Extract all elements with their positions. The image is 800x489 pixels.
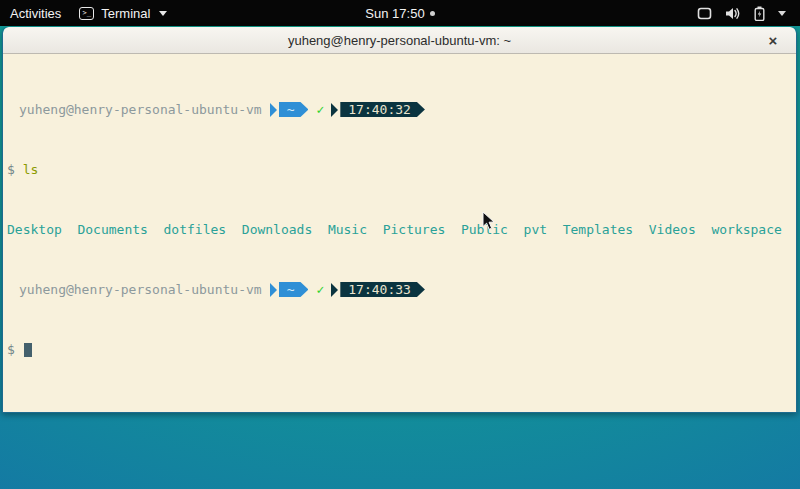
chevron-down-icon: [778, 11, 786, 16]
screen-icon: [697, 7, 712, 20]
command-line: $ ls: [7, 162, 796, 177]
chevron-down-icon: [159, 11, 167, 16]
terminal-window: yuheng@henry-personal-ubuntu-vm: ~ × yuh…: [2, 27, 797, 413]
powerline-arrow-icon: [270, 103, 277, 117]
top-bar: Activities >_ Terminal Sun 17:50: [0, 0, 800, 26]
prompt-symbol: $: [7, 342, 23, 357]
command-text: ls: [23, 162, 39, 177]
close-button[interactable]: ×: [762, 27, 784, 53]
battery-charging-icon: [754, 6, 765, 21]
prompt-symbol: $: [7, 162, 23, 177]
input-line[interactable]: $: [7, 342, 796, 357]
clock-label[interactable]: Sun 17:50: [365, 6, 424, 21]
window-title: yuheng@henry-personal-ubuntu-vm: ~: [288, 33, 511, 48]
prompt-path-segment: ~: [279, 102, 309, 117]
terminal-content[interactable]: yuheng@henry-personal-ubuntu-vm ~ ✓ 17:4…: [3, 54, 796, 412]
prompt-line: yuheng@henry-personal-ubuntu-vm ~ ✓ 17:4…: [7, 102, 796, 117]
prompt-path-segment: ~: [279, 282, 309, 297]
status-check-icon: ✓: [316, 102, 324, 117]
directory-list: Desktop Documents dotfiles Downloads Mus…: [7, 222, 782, 237]
system-tray[interactable]: [683, 0, 800, 26]
notification-dot-icon: [430, 11, 435, 16]
mouse-pointer-icon: [481, 211, 495, 231]
window-titlebar[interactable]: yuheng@henry-personal-ubuntu-vm: ~ ×: [3, 27, 796, 54]
terminal-app-icon: >_: [79, 7, 94, 20]
app-menu-label: Terminal: [101, 6, 150, 21]
prompt-line: yuheng@henry-personal-ubuntu-vm ~ ✓ 17:4…: [7, 282, 796, 297]
prompt-time-segment: 17:40:33: [340, 282, 425, 297]
status-check-icon: ✓: [316, 282, 324, 297]
terminal-cursor: [24, 343, 32, 357]
powerline-arrow-icon: [270, 283, 277, 297]
prompt-user: yuheng@henry-personal-ubuntu-vm: [19, 282, 262, 297]
volume-icon: [725, 7, 741, 20]
prompt-time-segment: 17:40:32: [340, 102, 425, 117]
activities-button[interactable]: Activities: [0, 0, 71, 26]
prompt-user: yuheng@henry-personal-ubuntu-vm: [19, 102, 262, 117]
app-menu-button[interactable]: >_ Terminal: [71, 0, 175, 26]
powerline-arrow-icon: [331, 283, 338, 297]
desktop: { "top_bar": { "activities_label": "Acti…: [0, 0, 800, 489]
powerline-arrow-icon: [331, 103, 338, 117]
activities-label: Activities: [10, 6, 61, 21]
ls-output-line: Desktop Documents dotfiles Downloads Mus…: [7, 222, 796, 237]
